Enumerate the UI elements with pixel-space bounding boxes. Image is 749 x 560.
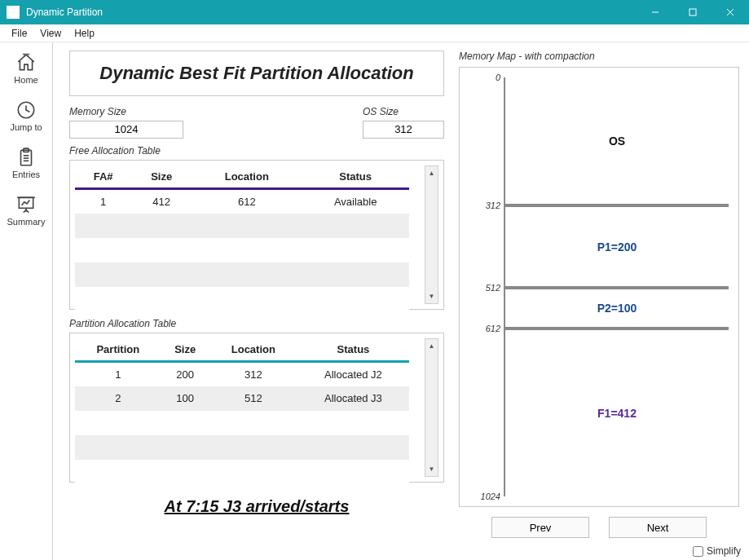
table-row: 2100512Allocated J3: [75, 386, 409, 411]
app-icon: [7, 6, 20, 19]
table-row: [75, 238, 409, 262]
map-block-p1: P1=200: [505, 205, 729, 288]
sidebar-label-entries: Entries: [12, 170, 40, 179]
map-block-p2: P2=100: [505, 288, 729, 329]
memory-map: 0 312 512 612 1024 OS P1=200 P2=100 F1=4…: [459, 67, 739, 507]
pat-frame: Partition Size Location Status 1200312Al…: [69, 333, 444, 483]
svg-rect-1: [690, 9, 696, 15]
table-row: [75, 287, 409, 311]
scroll-down-icon[interactable]: ▼: [425, 462, 438, 476]
scroll-down-icon[interactable]: ▼: [425, 289, 438, 303]
pat-col-partition: Partition: [75, 338, 161, 362]
maximize-button[interactable]: [674, 0, 712, 24]
scroll-up-icon[interactable]: ▲: [425, 339, 438, 353]
content: Dynamic Best Fit Partition Allocation Me…: [53, 42, 749, 560]
sidebar-item-home[interactable]: Home: [0, 49, 52, 88]
fat-col-fa: FA#: [75, 165, 131, 189]
memory-size-input[interactable]: 1024: [69, 121, 183, 139]
right-column: Memory Map - with compaction 0 312 512 6…: [459, 51, 739, 560]
sidebar-label-jumpto: Jump to: [10, 122, 42, 132]
table-row: [75, 214, 409, 238]
fat-col-location: Location: [192, 165, 302, 189]
table-row: 1200312Allocated J2: [75, 362, 409, 386]
main-area: Home Jump to Entries Summary Dynamic Bes…: [0, 42, 749, 560]
fat-frame: FA# Size Location Status 1412612Availabl…: [69, 160, 444, 310]
os-size-field: OS Size 312: [363, 106, 444, 139]
map-tick-312: 312: [460, 201, 500, 210]
sidebar-item-jumpto[interactable]: Jump to: [0, 96, 52, 135]
simplify-checkbox[interactable]: [693, 546, 703, 557]
fat-col-size: Size: [131, 165, 192, 189]
presentation-icon: [15, 194, 37, 215]
fat-label: Free Allocation Table: [69, 145, 444, 157]
window-title: Dynamic Partition: [26, 7, 637, 18]
menu-view[interactable]: View: [33, 26, 68, 41]
sidebar-item-entries[interactable]: Entries: [0, 143, 52, 183]
menubar: File View Help: [0, 24, 749, 42]
memory-size-field: Memory Size 1024: [69, 106, 183, 139]
table-row: [75, 411, 409, 435]
next-button[interactable]: Next: [609, 517, 707, 538]
map-tick-612: 612: [460, 324, 500, 333]
pat-scrollbar[interactable]: ▲ ▼: [425, 338, 438, 477]
size-row: Memory Size 1024 OS Size 312: [69, 106, 444, 139]
nav-row: Prev Next: [459, 517, 739, 538]
fat-col-status: Status: [302, 165, 409, 189]
map-block-os-label: OS: [609, 134, 625, 148]
pat-table: Partition Size Location Status 1200312Al…: [75, 338, 409, 484]
pat-col-size: Size: [161, 338, 209, 362]
os-size-label: OS Size: [363, 106, 444, 117]
pat-section: Partition Allocation Table Partition Siz…: [69, 318, 444, 483]
map-block-os: OS: [505, 77, 729, 205]
window-controls: [637, 0, 749, 24]
memory-size-label: Memory Size: [69, 106, 183, 117]
sidebar-label-summary: Summary: [7, 217, 45, 227]
fat-table: FA# Size Location Status 1412612Availabl…: [75, 165, 409, 311]
os-size-input[interactable]: 312: [363, 121, 444, 139]
status-line: At 7:15 J3 arrived/starts: [69, 497, 444, 516]
map-tick-1024: 1024: [460, 492, 500, 501]
minimize-button[interactable]: [637, 0, 674, 24]
titlebar: Dynamic Partition: [0, 0, 749, 24]
sidebar-label-home: Home: [14, 75, 37, 85]
simplify-label: Simplify: [707, 545, 741, 557]
clipboard-icon: [15, 147, 37, 168]
heading-box: Dynamic Best Fit Partition Allocation: [69, 51, 444, 96]
table-row: [75, 262, 409, 287]
table-row: [75, 435, 409, 460]
map-block-f1: F1=412: [505, 329, 729, 496]
left-column: Dynamic Best Fit Partition Allocation Me…: [69, 51, 444, 560]
home-icon: [15, 52, 37, 73]
menu-file[interactable]: File: [5, 26, 33, 41]
fat-scrollbar[interactable]: ▲ ▼: [425, 165, 438, 304]
pat-col-location: Location: [209, 338, 297, 362]
simplify-checkbox-group: Simplify: [693, 545, 741, 557]
clock-icon: [15, 99, 37, 121]
table-row: 1412612Available: [75, 189, 409, 214]
map-block-p1-label: P1=200: [597, 240, 637, 254]
map-block-p2-label: P2=100: [597, 302, 637, 315]
sidebar: Home Jump to Entries Summary: [0, 42, 53, 560]
map-tick-0: 0: [460, 73, 500, 82]
map-tick-512: 512: [460, 283, 500, 293]
table-row: [75, 460, 409, 484]
pat-col-status: Status: [297, 338, 409, 362]
scroll-up-icon[interactable]: ▲: [425, 166, 438, 180]
memory-map-label: Memory Map - with compaction: [459, 51, 739, 62]
fat-section: Free Allocation Table FA# Size Location …: [69, 145, 444, 310]
sidebar-item-summary[interactable]: Summary: [0, 191, 52, 230]
pat-label: Partition Allocation Table: [69, 318, 444, 329]
prev-button[interactable]: Prev: [491, 517, 589, 538]
menu-help[interactable]: Help: [68, 26, 101, 41]
close-button[interactable]: [712, 0, 749, 24]
map-block-f1-label: F1=412: [597, 407, 637, 420]
page-title: Dynamic Best Fit Partition Allocation: [78, 63, 435, 84]
